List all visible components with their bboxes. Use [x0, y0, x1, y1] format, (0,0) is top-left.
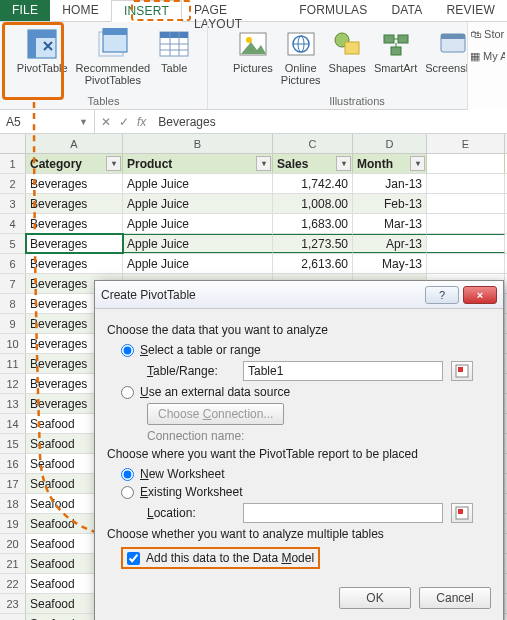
- row-header[interactable]: 18: [0, 494, 26, 513]
- enter-formula-icon[interactable]: ✓: [119, 115, 129, 129]
- cancel-button[interactable]: Cancel: [419, 587, 491, 609]
- row-header[interactable]: 2: [0, 174, 26, 193]
- cell-product[interactable]: Apple Juice: [123, 194, 273, 213]
- row-header[interactable]: 15: [0, 434, 26, 453]
- help-button[interactable]: ?: [425, 286, 459, 304]
- tab-page-layout[interactable]: PAGE LAYOUT: [182, 0, 287, 21]
- table-button[interactable]: Table: [154, 24, 194, 74]
- online-pictures-button[interactable]: Online Pictures: [277, 24, 325, 86]
- cell-month[interactable]: Mar-13: [353, 214, 427, 233]
- tab-review[interactable]: REVIEW: [434, 0, 507, 21]
- row-header[interactable]: 7: [0, 274, 26, 293]
- filter-icon[interactable]: ▾: [256, 156, 271, 171]
- cell-sales[interactable]: 1,742.40: [273, 174, 353, 193]
- row-header[interactable]: 1: [0, 154, 26, 173]
- row-header[interactable]: 22: [0, 574, 26, 593]
- svg-rect-21: [398, 35, 408, 43]
- tab-insert[interactable]: INSERT: [111, 0, 182, 22]
- chevron-down-icon[interactable]: ▼: [79, 117, 88, 127]
- cell-sales[interactable]: 1,683.00: [273, 214, 353, 233]
- radio-select-table[interactable]: Select a table or range: [121, 343, 491, 357]
- cell-month[interactable]: May-13: [353, 254, 427, 273]
- row-header[interactable]: 4: [0, 214, 26, 233]
- smartart-button[interactable]: SmartArt: [370, 24, 421, 74]
- header-sales[interactable]: Sales▾: [273, 154, 353, 173]
- cell-product[interactable]: Apple Juice: [123, 254, 273, 273]
- tab-data[interactable]: DATA: [379, 0, 434, 21]
- pivottable-button[interactable]: PivotTable: [13, 24, 72, 74]
- row-header[interactable]: 23: [0, 594, 26, 613]
- cell-sales[interactable]: 1,008.00: [273, 194, 353, 213]
- col-header-A[interactable]: A: [26, 134, 123, 153]
- row-header[interactable]: 6: [0, 254, 26, 273]
- radio-existing-worksheet[interactable]: Existing Worksheet: [121, 485, 491, 499]
- cell-sales[interactable]: 1,273.50: [273, 234, 353, 253]
- shapes-button[interactable]: Shapes: [325, 24, 370, 74]
- col-header-D[interactable]: D: [353, 134, 427, 153]
- cell-category[interactable]: Beverages: [26, 214, 123, 233]
- my-apps-link[interactable]: ▦ My A: [470, 50, 505, 63]
- dialog-titlebar[interactable]: Create PivotTable ? ×: [95, 281, 503, 309]
- recommended-pivottables-button[interactable]: Recommended PivotTables: [72, 24, 155, 86]
- recommended-pivottables-icon: [97, 28, 129, 60]
- tab-file[interactable]: FILE: [0, 0, 50, 21]
- header-product[interactable]: Product▾: [123, 154, 273, 173]
- pivottable-icon: [26, 28, 58, 60]
- row-header[interactable]: 10: [0, 334, 26, 353]
- cell-category[interactable]: Beverages: [26, 194, 123, 213]
- cell-month[interactable]: Jan-13: [353, 174, 427, 193]
- range-picker-icon[interactable]: [451, 361, 473, 381]
- table-row: 6 Beverages Apple Juice 2,613.60 May-13: [0, 254, 507, 274]
- row-header[interactable]: 24: [0, 614, 26, 620]
- cell-category[interactable]: Beverages: [26, 234, 123, 253]
- row-header[interactable]: 5: [0, 234, 26, 253]
- radio-external-source[interactable]: Use an external data source: [121, 385, 491, 399]
- cancel-formula-icon[interactable]: ✕: [101, 115, 111, 129]
- formula-input[interactable]: Beverages: [152, 110, 507, 133]
- cell-month[interactable]: Feb-13: [353, 194, 427, 213]
- add-to-data-model-checkbox[interactable]: [127, 552, 140, 565]
- row-header[interactable]: 21: [0, 554, 26, 573]
- name-box[interactable]: A5 ▼: [0, 110, 95, 133]
- col-header-E[interactable]: E: [427, 134, 505, 153]
- select-all-corner[interactable]: [0, 134, 26, 153]
- ok-button[interactable]: OK: [339, 587, 411, 609]
- header-category[interactable]: Category▾: [26, 154, 123, 173]
- cell-product[interactable]: Apple Juice: [123, 174, 273, 193]
- radio-new-worksheet[interactable]: New Worksheet: [121, 467, 491, 481]
- filter-icon[interactable]: ▾: [106, 156, 121, 171]
- store-link[interactable]: 🛍 Stor: [470, 28, 505, 40]
- range-picker-icon[interactable]: [451, 503, 473, 523]
- filter-icon[interactable]: ▾: [410, 156, 425, 171]
- tab-formulas[interactable]: FORMULAS: [287, 0, 379, 21]
- cell-month[interactable]: Apr-13: [353, 234, 427, 253]
- row-header[interactable]: 9: [0, 314, 26, 333]
- header-month[interactable]: Month▾: [353, 154, 427, 173]
- col-header-C[interactable]: C: [273, 134, 353, 153]
- cell-sales[interactable]: 2,613.60: [273, 254, 353, 273]
- row-header[interactable]: 12: [0, 374, 26, 393]
- row-header[interactable]: 3: [0, 194, 26, 213]
- filter-icon[interactable]: ▾: [336, 156, 351, 171]
- location-input[interactable]: [243, 503, 443, 523]
- row-header[interactable]: 17: [0, 474, 26, 493]
- cell-product[interactable]: Apple Juice: [123, 214, 273, 233]
- cell-category[interactable]: Beverages: [26, 254, 123, 273]
- row-header[interactable]: 16: [0, 454, 26, 473]
- pictures-button[interactable]: Pictures: [229, 24, 277, 74]
- table-range-input[interactable]: Table1: [243, 361, 443, 381]
- fx-icon[interactable]: fx: [137, 115, 146, 129]
- cell-product[interactable]: Apple Juice: [123, 234, 273, 253]
- recommended-label2: PivotTables: [85, 74, 141, 86]
- tab-home[interactable]: HOME: [50, 0, 111, 21]
- row-header[interactable]: 20: [0, 534, 26, 553]
- row-header[interactable]: 11: [0, 354, 26, 373]
- cell-category[interactable]: Beverages: [26, 174, 123, 193]
- row-header[interactable]: 8: [0, 294, 26, 313]
- row-header[interactable]: 14: [0, 414, 26, 433]
- col-header-B[interactable]: B: [123, 134, 273, 153]
- close-button[interactable]: ×: [463, 286, 497, 304]
- row-header[interactable]: 19: [0, 514, 26, 533]
- apps-pane-sliver: 🛍 Stor ▦ My A: [467, 22, 507, 110]
- row-header[interactable]: 13: [0, 394, 26, 413]
